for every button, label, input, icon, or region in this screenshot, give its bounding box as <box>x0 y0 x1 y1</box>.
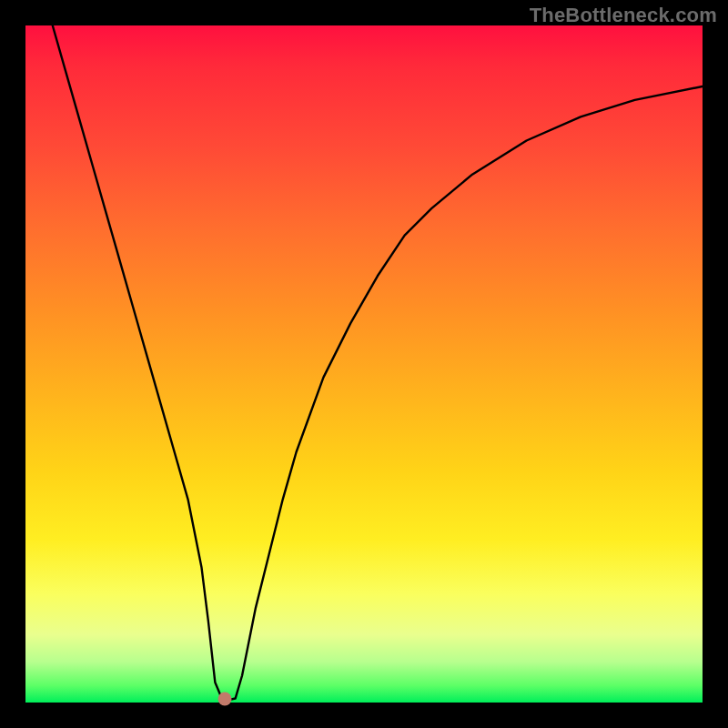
watermark-label: TheBottleneck.com <box>530 4 717 27</box>
chart-frame: TheBottleneck.com <box>0 0 728 728</box>
bottleneck-curve <box>25 25 703 703</box>
optimum-marker <box>218 693 232 706</box>
